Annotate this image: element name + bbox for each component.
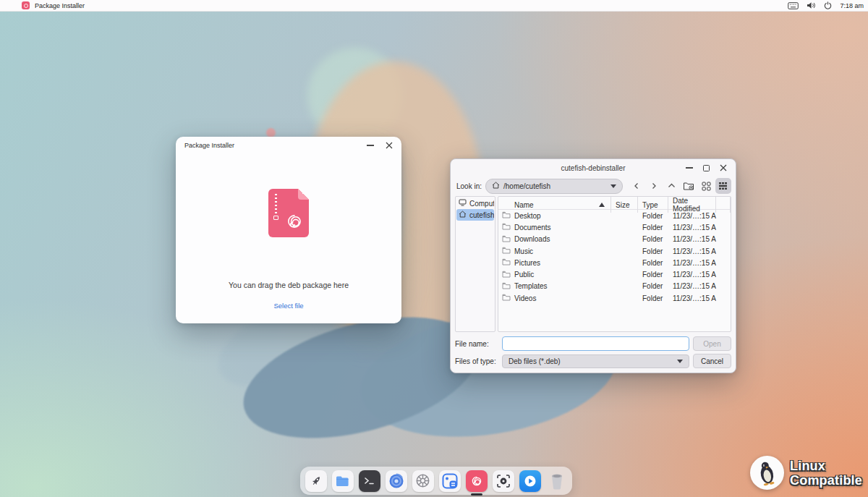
file-type: Folder xyxy=(638,235,668,243)
package-installer-app-icon xyxy=(22,1,30,9)
minimize-button[interactable] xyxy=(367,145,374,145)
home-icon xyxy=(492,182,500,190)
new-folder-button[interactable] xyxy=(681,178,697,194)
file-date: 11/23/…:15 AM xyxy=(668,235,716,243)
browser-icon[interactable] xyxy=(386,470,407,492)
dialog-title: cutefish-debinstaller xyxy=(561,164,626,172)
debian-swirl-icon xyxy=(285,212,304,234)
file-name: Templates xyxy=(514,282,548,290)
sort-ascending-icon xyxy=(599,203,605,207)
deb-package-icon xyxy=(268,189,309,237)
detail-view-button[interactable] xyxy=(715,178,731,194)
keyboard-icon[interactable] xyxy=(788,2,799,9)
chevron-down-icon xyxy=(677,360,683,363)
table-row[interactable]: Downloads Folder 11/23/…:15 AM xyxy=(498,234,731,245)
table-row[interactable]: Public Folder 11/23/…:15 AM xyxy=(498,268,731,280)
settings-wheel-icon[interactable] xyxy=(412,470,434,492)
volume-icon[interactable] xyxy=(807,1,816,9)
close-button[interactable] xyxy=(386,142,393,149)
folder-icon xyxy=(502,211,511,220)
package-installer-icon[interactable] xyxy=(466,470,488,492)
watermark-line1: Linux xyxy=(790,459,862,473)
video-player-icon[interactable] xyxy=(519,470,541,492)
computer-icon xyxy=(459,199,467,208)
file-name-input[interactable] xyxy=(502,336,689,351)
file-dialog-window: cutefish-debinstaller Look in: /home/cut… xyxy=(450,158,736,373)
file-date: 11/23/…:15 AM xyxy=(668,294,716,302)
table-row[interactable]: Videos Folder 11/23/…:15 AM xyxy=(498,292,731,304)
drag-hint-text: You can drag the deb package here xyxy=(229,281,349,289)
file-date: 11/23/…:15 AM xyxy=(668,212,716,220)
file-type: Folder xyxy=(638,224,668,231)
sidebar-item-label: Computer xyxy=(469,200,494,208)
table-row[interactable]: Music Folder 11/23/…:15 AM xyxy=(498,245,731,257)
select-file-link[interactable]: Select file xyxy=(273,302,303,310)
top-menu-bar: Package Installer 7:18 am xyxy=(0,0,868,12)
table-row[interactable]: Templates Folder 11/23/…:15 AM xyxy=(498,281,731,292)
file-date: 11/23/…:15 AM xyxy=(668,259,716,267)
table-row[interactable]: Documents Folder 11/23/…:15 AM xyxy=(498,221,731,233)
dock xyxy=(300,467,572,495)
home-icon xyxy=(459,211,467,219)
screenshot-icon[interactable] xyxy=(493,470,514,492)
active-app-indicator[interactable]: Package Installer xyxy=(22,1,85,9)
folder-icon xyxy=(502,258,511,267)
file-name: Videos xyxy=(514,294,536,302)
clock[interactable]: 7:18 am xyxy=(840,2,864,9)
cancel-button[interactable]: Cancel xyxy=(693,354,731,368)
power-icon[interactable] xyxy=(824,1,832,9)
table-row[interactable]: Desktop Folder 11/23/…:15 AM xyxy=(498,210,731,221)
folder-icon xyxy=(502,282,511,291)
folder-icon xyxy=(502,235,511,244)
places-sidebar: Computer cutefish xyxy=(455,196,495,332)
up-button[interactable] xyxy=(663,178,679,194)
file-table-header: Name Size Type Date Modified xyxy=(498,197,731,210)
table-row[interactable]: Pictures Folder 11/23/…:15 AM xyxy=(498,257,731,268)
terminal-icon[interactable] xyxy=(359,470,380,492)
file-type: Folder xyxy=(638,294,668,302)
files-of-type-combobox[interactable]: Deb files (*.deb) xyxy=(502,354,689,368)
sidebar-item-cutefish[interactable]: cutefish xyxy=(456,209,494,221)
file-type: Folder xyxy=(638,259,668,267)
dialog-minimize-button[interactable] xyxy=(686,167,693,168)
back-button[interactable] xyxy=(629,178,644,194)
current-path: /home/cutefish xyxy=(503,182,607,190)
installer-titlebar[interactable]: Package Installer xyxy=(176,137,401,154)
look-in-label: Look in: xyxy=(456,182,482,190)
open-button[interactable]: Open xyxy=(693,336,731,351)
dialog-titlebar[interactable]: cutefish-debinstaller xyxy=(451,159,736,177)
file-type: Folder xyxy=(638,247,668,255)
file-name: Public xyxy=(514,271,534,279)
file-name: Music xyxy=(514,247,533,255)
watermark-line2: Compatible xyxy=(790,473,862,488)
dialog-maximize-button[interactable] xyxy=(703,165,710,171)
launcher-rocket-icon[interactable] xyxy=(305,470,327,492)
linux-compatible-watermark: Linux Compatible xyxy=(750,456,862,490)
folder-icon xyxy=(502,247,511,255)
file-name: Pictures xyxy=(514,259,540,267)
look-in-combobox[interactable]: /home/cutefish xyxy=(485,179,623,194)
forward-button[interactable] xyxy=(646,178,662,194)
running-app-indicator xyxy=(471,493,482,496)
icon-view-button[interactable] xyxy=(698,178,714,194)
file-type: Folder xyxy=(638,282,668,290)
sidebar-item-label: cutefish xyxy=(469,211,494,219)
trash-icon[interactable] xyxy=(546,470,568,492)
file-name: Desktop xyxy=(514,212,541,220)
installer-window-title: Package Installer xyxy=(184,142,234,149)
deb-icon-zipper xyxy=(275,194,277,214)
folder-icon xyxy=(502,271,511,279)
file-manager-icon[interactable] xyxy=(332,470,354,492)
folder-icon xyxy=(502,223,511,231)
file-date: 11/23/…:15 AM xyxy=(668,282,716,290)
sidebar-item-computer[interactable]: Computer xyxy=(456,197,494,209)
files-of-type-value: Deb files (*.deb) xyxy=(509,357,561,365)
file-name: Downloads xyxy=(514,235,550,243)
file-type: Folder xyxy=(638,271,668,279)
chevron-down-icon xyxy=(610,184,616,188)
control-center-icon[interactable] xyxy=(439,470,461,492)
active-app-name: Package Installer xyxy=(35,2,85,9)
dialog-close-button[interactable] xyxy=(720,164,727,171)
package-installer-window: Package Installer You can drag the deb p… xyxy=(176,137,401,323)
desktop: Package Installer 7:18 am Package Instal… xyxy=(0,0,868,497)
